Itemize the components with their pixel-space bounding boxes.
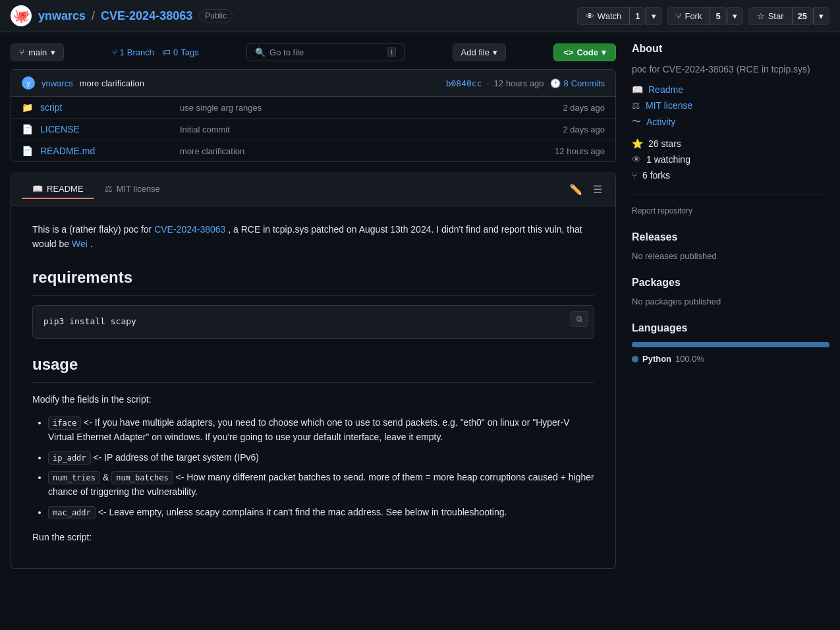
code-install-text: pip3 install scapy: [43, 316, 136, 326]
run-script-text: Run the script:: [32, 530, 594, 544]
watch-count-button[interactable]: 1: [629, 7, 646, 25]
watch-count: 1: [635, 11, 640, 21]
star-dropdown[interactable]: ▾: [813, 7, 829, 25]
packages-section: Packages No packages published: [632, 277, 829, 306]
usage-list: iface <- If you have multiple adapters, …: [32, 415, 594, 519]
branch-selector[interactable]: ⑂ main ▾: [11, 43, 64, 61]
repo-name-link[interactable]: CVE-2024-38063: [101, 9, 192, 22]
activity-icon: 〜: [632, 116, 641, 128]
table-row: 📄 LICENSE Initial commit 2 days ago: [11, 119, 615, 140]
commit-user-link[interactable]: ynwarcs: [42, 78, 73, 88]
edit-icon[interactable]: ✏️: [567, 181, 585, 198]
fork-icon: ⑂: [676, 11, 681, 21]
file-commit-message: use single arg ranges: [180, 103, 555, 113]
tab-mit-license[interactable]: ⚖ MIT license: [94, 180, 171, 199]
branch-count-link[interactable]: ⑂ 1 Branch: [112, 47, 154, 57]
branch-count: 1: [120, 47, 125, 57]
watching-stat: 👁 1 watching: [632, 152, 829, 167]
about-section: About poc for CVE-2024-38063 (RCE in tcp…: [632, 43, 829, 215]
file-icon: 📄: [22, 146, 32, 156]
star-count: 25: [798, 11, 807, 21]
search-shortcut: t: [387, 47, 396, 57]
top-bar-actions: 👁 Watch 1 ▾ ⑂ Fork 5 ▾ ☆ Star: [577, 7, 829, 25]
public-badge: Public: [199, 9, 233, 22]
fork-dropdown[interactable]: ▾: [727, 7, 743, 25]
watch-btn-group: 👁 Watch 1 ▾: [577, 7, 663, 25]
file-commit-message: Initial commit: [180, 125, 555, 134]
code-ip-addr: ip_addr: [48, 451, 91, 465]
fork-button[interactable]: ⑂ Fork: [667, 7, 710, 25]
branch-info: ⑂ 1 Branch 🏷 0 Tags: [112, 47, 199, 57]
file-icon: 📄: [22, 124, 32, 134]
search-input[interactable]: [269, 47, 383, 57]
code-iface: iface: [48, 416, 81, 430]
clock-icon: 🕐: [550, 78, 561, 88]
file-name-link[interactable]: LICENSE: [40, 124, 172, 134]
list-item: ip_addr <- IP address of the target syst…: [48, 450, 594, 465]
fork-count-button[interactable]: 5: [710, 7, 726, 25]
tab-readme[interactable]: 📖 README: [22, 180, 94, 199]
releases-section: Releases No releases published: [632, 231, 829, 261]
file-name-link[interactable]: script: [40, 102, 172, 113]
watch-dropdown[interactable]: ▾: [646, 7, 662, 25]
copy-button[interactable]: ⧉: [571, 311, 588, 327]
book-icon: 📖: [632, 84, 643, 95]
commit-hash-link[interactable]: b0840cc: [446, 78, 482, 88]
commits-count: 8: [563, 78, 568, 88]
sidebar-links: 📖 Readme ⚖ MIT license 〜 Activity: [632, 84, 829, 128]
watch-label: Watch: [598, 11, 621, 21]
language-name: Python: [642, 354, 671, 364]
file-modified-time: 2 days ago: [563, 103, 605, 113]
search-bar: 🔍 t: [246, 43, 405, 61]
star-label: Star: [768, 11, 784, 21]
releases-title: Releases: [632, 231, 829, 243]
star-button[interactable]: ☆ Star: [748, 7, 792, 25]
search-icon: 🔍: [255, 47, 266, 57]
python-lang-dot: [632, 356, 638, 362]
commit-time: b0840cc · 12 hours ago: [446, 78, 544, 88]
add-file-label: Add file: [461, 47, 490, 57]
cve-link[interactable]: CVE-2024-38063: [154, 224, 225, 235]
readme-link-label: Readme: [648, 84, 683, 95]
readme-header: 📖 README ⚖ MIT license ✏️ ☰: [11, 173, 615, 206]
no-packages-text: No packages published: [632, 297, 829, 306]
scale-icon: ⚖: [632, 100, 640, 111]
languages-title: Languages: [632, 322, 829, 334]
requirements-heading: requirements: [32, 265, 594, 296]
watch-button[interactable]: 👁 Watch: [577, 7, 629, 25]
commits-link[interactable]: 🕐 8 Commits: [550, 78, 605, 88]
about-text: poc for CVE-2024-38063 (RCE in tcpip.sys…: [632, 63, 829, 76]
license-link[interactable]: ⚖ MIT license: [632, 100, 829, 111]
main-layout: ⑂ main ▾ ⑂ 1 Branch 🏷 0 Tags: [11, 43, 829, 569]
github-logo-icon[interactable]: 🐙: [11, 5, 32, 26]
report-repository-link[interactable]: Report repository: [632, 206, 692, 215]
separator: /: [92, 9, 95, 22]
top-bar: 🐙 ynwarcs / CVE-2024-38063 Public 👁 Watc…: [0, 0, 840, 32]
stats-list: ⭐ 26 stars 👁 1 watching ⑂ 6 forks: [632, 136, 829, 183]
repo-owner-link[interactable]: ynwarcs: [38, 9, 86, 22]
fork-label: Fork: [685, 11, 702, 21]
code-num-batches: num_batches: [111, 471, 173, 484]
code-mac-addr: mac_addr: [48, 506, 96, 519]
activity-link[interactable]: 〜 Activity: [632, 116, 829, 128]
repo-title: ynwarcs / CVE-2024-38063: [38, 9, 192, 23]
branch-icon-small: ⑂: [112, 47, 117, 57]
star-count-button[interactable]: 25: [792, 7, 813, 25]
list-item: iface <- If you have multiple adapters, …: [48, 415, 594, 445]
file-actions-bar: ⑂ main ▾ ⑂ 1 Branch 🏷 0 Tags: [11, 43, 616, 61]
tab-readme-label: README: [47, 184, 84, 194]
code-button[interactable]: <> Code ▾: [553, 43, 616, 61]
folder-icon: 📁: [22, 102, 32, 113]
tab-license-label: MIT license: [117, 184, 160, 194]
code-num-tries: num_tries: [48, 471, 100, 484]
branch-name: main: [28, 47, 47, 57]
tag-count-link[interactable]: 🏷 0 Tags: [162, 47, 199, 57]
list-icon[interactable]: ☰: [590, 181, 605, 198]
forks-stat: ⑂ 6 forks: [632, 167, 829, 183]
chevron-down-icon: ▾: [51, 47, 55, 57]
star-btn-group: ☆ Star 25 ▾: [748, 7, 829, 25]
readme-link[interactable]: 📖 Readme: [632, 84, 829, 95]
wei-link[interactable]: Wei: [72, 239, 88, 249]
file-name-link[interactable]: README.md: [40, 146, 172, 156]
add-file-button[interactable]: Add file ▾: [453, 43, 506, 61]
